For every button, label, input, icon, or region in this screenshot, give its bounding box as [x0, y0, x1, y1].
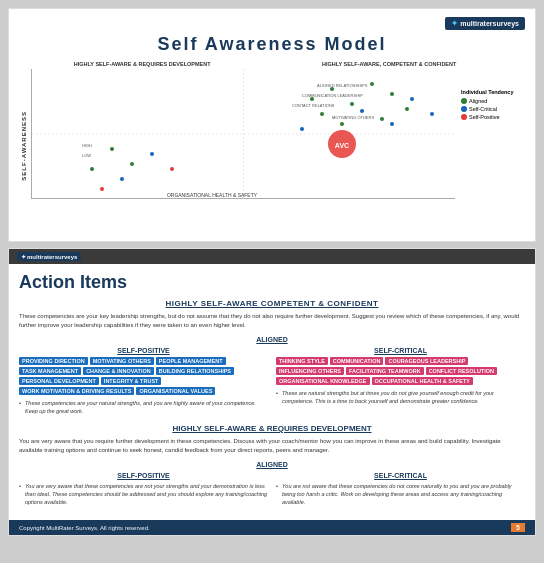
logo-star-sm: ✦ — [21, 253, 26, 260]
tag-providing-direction: PROVIDING DIRECTION — [19, 357, 88, 365]
svg-point-9 — [380, 117, 384, 121]
svg-point-7 — [405, 107, 409, 111]
svg-point-19 — [130, 162, 134, 166]
svg-point-21 — [150, 152, 154, 156]
sc-dev-title: SELF-CRITICAL — [276, 472, 525, 479]
sp-bullet-aligned: These competencies are your natural stre… — [19, 399, 268, 416]
svg-point-23 — [170, 167, 174, 171]
action-items-title: Action Items — [19, 272, 525, 293]
svg-text:COMMUNICATION LEADERSHIP: COMMUNICATION LEADERSHIP — [302, 93, 363, 98]
legend-label-critical: Self-Critical — [469, 106, 497, 112]
logo-text-bottom: multiratersurveys — [27, 254, 77, 260]
legend-dot-aligned — [461, 98, 467, 104]
tag-conflict-resolution: CONFLICT RESOLUTION — [426, 367, 497, 375]
sp-tags-aligned: PROVIDING DIRECTION MOTIVATING OTHERS PE… — [19, 357, 268, 395]
svg-point-11 — [300, 127, 304, 131]
logo-star: ✦ — [451, 19, 458, 28]
bottom-logo: ✦ multiratersurveys — [17, 252, 81, 261]
sp-dev-bullet: You are very aware that these competenci… — [19, 482, 268, 507]
svg-point-20 — [90, 167, 94, 171]
legend-dot-critical — [461, 106, 467, 112]
tag-people-mgmt: PEOPLE MANAGEMENT — [156, 357, 226, 365]
page-number: 5 — [511, 523, 525, 532]
svg-point-18 — [110, 147, 114, 151]
svg-point-4 — [350, 102, 354, 106]
right-quadrant-label: HIGHLY SELF-AWARE, COMPETENT & CONFIDENT — [253, 61, 525, 67]
top-page: ✦ multiratersurveys Self Awareness Model… — [8, 8, 536, 242]
legend-dot-positive — [461, 114, 467, 120]
logo-bar-top: ✦ multiratersurveys — [19, 17, 525, 30]
tag-facilitating-teamwork: FACILITATING TEAMWORK — [346, 367, 424, 375]
svg-point-5 — [370, 82, 374, 86]
sc-bullet-aligned: These are natural strengths but at times… — [276, 389, 525, 406]
tag-integrity-trust: INTEGRITY & TRUST — [101, 377, 162, 385]
svg-text:MOTIVATING OTHERS: MOTIVATING OTHERS — [332, 115, 374, 120]
intro-text2: You are very aware that you require furt… — [19, 437, 525, 455]
tag-org-knowledge: ORGANISATIONAL KNOWLEDGE — [276, 377, 370, 385]
header-bar: ✦ multiratersurveys — [9, 249, 535, 264]
sc-dev-col: SELF-CRITICAL You are not aware that the… — [276, 472, 525, 507]
tag-motivating-others: MOTIVATING OTHERS — [90, 357, 154, 365]
bottom-page: ✦ multiratersurveys Action Items HIGHLY … — [8, 248, 536, 536]
svg-point-14 — [390, 122, 394, 126]
awareness-chart: AVC COMMUNICATION LEADERSHIP ALIGNE — [32, 69, 455, 199]
section1-columns: SELF-POSITIVE PROVIDING DIRECTION MOTIVA… — [19, 347, 525, 416]
svg-text:ALIGNED RELATIONSHIPS: ALIGNED RELATIONSHIPS — [317, 83, 368, 88]
footer-bar: Copyright MultiRater Surveys. All rights… — [9, 520, 535, 535]
legend-label-aligned: Aligned — [469, 98, 487, 104]
section2-title: HIGHLY SELF-AWARE & REQUIRES DEVELOPMENT — [19, 424, 525, 433]
svg-point-6 — [390, 92, 394, 96]
tag-courageous-leadership: COURAGEOUS LEADERSHIP — [385, 357, 468, 365]
legend-aligned: Aligned — [461, 98, 525, 104]
tag-building-rel: BUILDING RELATIONSHIPS — [156, 367, 234, 375]
aligned-label1: ALIGNED — [19, 336, 525, 343]
svg-point-8 — [320, 112, 324, 116]
sp-dev-col: SELF-POSITIVE You are very aware that th… — [19, 472, 268, 507]
tag-thinking-style: THINKING STYLE — [276, 357, 328, 365]
sp-dev-title: SELF-POSITIVE — [19, 472, 268, 479]
tag-task-mgmt: TASK MANAGEMENT — [19, 367, 81, 375]
tag-work-motivation: WORK MOTIVATION & DRIVING RESULTS — [19, 387, 134, 395]
quadrant-labels: HIGHLY SELF-AWARE & REQUIRES DEVELOPMENT… — [31, 61, 525, 67]
sc-dev-bullet: You are not aware that these competencie… — [276, 482, 525, 507]
tag-org-values: ORGANISATIONAL VALUES — [136, 387, 215, 395]
y-axis-label: SELF-AWARENESS — [19, 111, 29, 181]
model-title: Self Awareness Model — [19, 34, 525, 55]
svg-point-15 — [430, 112, 434, 116]
left-quadrant-label: HIGHLY SELF-AWARE & REQUIRES DEVELOPMENT — [31, 61, 253, 67]
tag-ohs: OCCUPATIONAL HEALTH & SAFETY — [372, 377, 474, 385]
top-logo: ✦ multiratersurveys — [445, 17, 525, 30]
svg-point-10 — [340, 122, 344, 126]
svg-text:HIGH: HIGH — [82, 143, 92, 148]
self-positive-col: SELF-POSITIVE PROVIDING DIRECTION MOTIVA… — [19, 347, 268, 416]
aligned-label2: ALIGNED — [19, 461, 525, 468]
svg-text:ORGANISATIONAL HEALTH & SAFETY: ORGANISATIONAL HEALTH & SAFETY — [167, 192, 258, 198]
legend-area: Individual Tendency Aligned Self-Critica… — [455, 69, 525, 199]
legend-self-critical: Self-Critical — [461, 106, 525, 112]
self-positive-title: SELF-POSITIVE — [19, 347, 268, 354]
footer-text: Copyright MultiRater Surveys. All rights… — [19, 525, 150, 531]
legend-label-positive: Self-Positive — [469, 114, 500, 120]
sc-tags-aligned: THINKING STYLE COMMUNICATION COURAGEOUS … — [276, 357, 525, 385]
svg-point-12 — [360, 109, 364, 113]
section1-title: HIGHLY SELF-AWARE COMPETENT & CONFIDENT — [19, 299, 525, 308]
tag-communication: COMMUNICATION — [330, 357, 384, 365]
legend-self-positive: Self-Positive — [461, 114, 525, 120]
self-critical-col: SELF-CRITICAL THINKING STYLE COMMUNICATI… — [276, 347, 525, 416]
svg-point-13 — [410, 97, 414, 101]
page-wrapper: ✦ multiratersurveys Self Awareness Model… — [0, 0, 544, 544]
section2-columns: SELF-POSITIVE You are very aware that th… — [19, 472, 525, 507]
tag-personal-dev: PERSONAL DEVELOPMENT — [19, 377, 99, 385]
svg-text:CONTACT RELATIONS: CONTACT RELATIONS — [292, 103, 335, 108]
legend-title: Individual Tendency — [461, 89, 525, 95]
svg-point-24 — [100, 187, 104, 191]
svg-text:LOW: LOW — [82, 153, 91, 158]
tag-change-innovation: CHANGE & INNOVATION — [83, 367, 154, 375]
svg-text:AVC: AVC — [335, 142, 349, 149]
logo-text-top: multiratersurveys — [460, 20, 519, 27]
self-critical-title: SELF-CRITICAL — [276, 347, 525, 354]
page-content: Action Items HIGHLY SELF-AWARE COMPETENT… — [9, 264, 535, 520]
intro-text: These competencies are your key leadersh… — [19, 312, 525, 330]
tag-influencing-others: INFLUENCING OTHERS — [276, 367, 344, 375]
svg-point-22 — [120, 177, 124, 181]
